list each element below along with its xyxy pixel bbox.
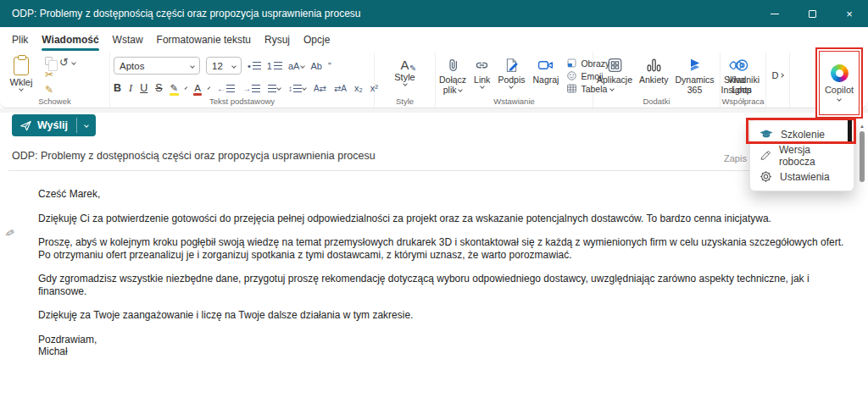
decrease-indent-button[interactable]: ← (217, 84, 235, 93)
rtl-button[interactable]: ⇄A (334, 84, 347, 93)
increase-indent-button[interactable]: → (242, 84, 260, 93)
maximize-icon (809, 10, 816, 18)
ltr-icon: A⇄ (314, 84, 326, 93)
apps-label: Aplikacje (597, 75, 632, 85)
apps-grid-icon (607, 58, 623, 73)
align-button[interactable] (268, 85, 281, 92)
highlight-color-bar (170, 93, 180, 96)
chevron-down-icon[interactable] (208, 86, 211, 90)
window-controls: × (756, 0, 868, 27)
ltr-button[interactable]: A⇄ (314, 84, 326, 93)
tab-opcje[interactable]: Opcje (303, 28, 331, 52)
indent-icon: → (242, 84, 251, 93)
group-label: Tekst podstawowy (110, 97, 374, 106)
attach-file-button[interactable]: Dołącz plik (439, 55, 466, 96)
numbered-list-button[interactable]: 1 (267, 61, 282, 71)
loop-icon (734, 58, 750, 73)
change-case-icon: aA (288, 61, 299, 71)
ribbon-gap (0, 108, 868, 113)
chevron-down-icon (301, 64, 306, 69)
signature-button[interactable]: Podpis (498, 55, 525, 96)
highlighter-icon: ✎ (170, 83, 179, 93)
align-icon (268, 85, 276, 92)
bullet-list-button[interactable]: • (248, 61, 261, 71)
send-options-button[interactable] (77, 114, 96, 136)
minimize-icon (771, 14, 779, 14)
phonetic-guide-button[interactable]: Ab (310, 61, 321, 71)
apps-button[interactable]: Aplikacje (597, 55, 632, 96)
highlight-color-button[interactable]: ✎ (170, 83, 179, 93)
tab-formatowanie-tekstu[interactable]: Formatowanie tekstu (156, 28, 252, 52)
lines-icon (253, 62, 261, 69)
font-color-icon: A (194, 83, 201, 93)
lines-icon (252, 85, 260, 92)
loop-components-button[interactable]: Składniki Loop (724, 55, 760, 96)
underline-button[interactable]: U (140, 82, 147, 94)
tab-wstaw[interactable]: Wstaw (112, 28, 144, 52)
minimize-button[interactable] (756, 0, 793, 27)
message-body-editor[interactable]: Cześć Marek, Dziękuję Ci za potwierdzeni… (38, 188, 850, 358)
change-case-button[interactable]: aA (288, 61, 304, 71)
ribbon-overflow-button[interactable]: D (766, 53, 790, 108)
tab-rysuj[interactable]: Rysuj (264, 28, 291, 52)
styles-pen-icon: ✎ (409, 64, 416, 73)
body-paragraph: Gdy zgromadzisz wszystkie niezbędne dane… (38, 273, 850, 297)
body-signature: Michał (38, 345, 850, 358)
chevron-down-icon (231, 64, 236, 69)
record-button[interactable]: Nagraj (532, 55, 559, 96)
chevron-down-icon (509, 84, 515, 89)
menu-item-label: Wersja robocza (779, 144, 844, 168)
menu-item-szkolenie[interactable]: Szkolenie (750, 124, 854, 145)
maximize-button[interactable] (793, 0, 831, 27)
close-button[interactable]: × (831, 0, 868, 27)
format-painter-icon[interactable]: ✎ (45, 84, 53, 96)
copilot-label: Copilot (825, 85, 854, 95)
chevron-down-icon (190, 64, 195, 69)
copy-icon[interactable] (45, 57, 53, 65)
tab-wiadomosc[interactable]: Wiadomość (41, 28, 99, 52)
bold-button[interactable]: B (114, 82, 121, 94)
menu-item-wersja-robocza[interactable]: Wersja robocza (750, 145, 854, 166)
window-title: ODP: Problemy z dostępnością części oraz… (12, 8, 361, 19)
loop-label-1: Składniki (724, 75, 760, 85)
subscript-button[interactable]: x₂ (354, 83, 363, 93)
tab-label: Formatowanie tekstu (157, 34, 251, 46)
body-paragraph: Proszę, abyś w kolejnym kroku pogłębił s… (38, 236, 850, 261)
strikethrough-button[interactable]: S (155, 82, 162, 94)
chevron-down-icon[interactable] (185, 86, 188, 90)
polls-button[interactable]: Ankiety (639, 55, 668, 96)
paste-button[interactable]: Wklej (3, 55, 39, 96)
copilot-margin-pencil-icon[interactable]: ✎ (3, 226, 15, 240)
undo-button[interactable]: ↺ (59, 55, 75, 96)
link-button[interactable]: Link (474, 55, 490, 96)
line-spacing-icon: ↕ (288, 84, 292, 93)
body-closing: Pozdrawiam, (38, 334, 850, 346)
font-size-select[interactable]: 12 (206, 57, 242, 75)
menu-item-label: Ustawienia (780, 171, 830, 183)
numbered-list-icon: 1 (267, 61, 272, 71)
dynamics365-button[interactable]: Dynamics 365 (675, 55, 714, 96)
chevron-down-icon (403, 81, 408, 86)
line-spacing-button[interactable]: ↕ (288, 84, 306, 93)
subject-field[interactable]: ODP: Problemy z dostępnością części oraz… (12, 150, 376, 162)
font-color-button[interactable]: A (194, 83, 201, 93)
copilot-button[interactable]: Copilot (821, 51, 858, 113)
quote-button[interactable]: ” (328, 61, 331, 71)
title-bar: ODP: Problemy z dostępnością części oraz… (0, 0, 868, 27)
body-paragraph: Dziękuję Ci za potwierdzenie gotowości d… (38, 213, 850, 225)
tab-plik[interactable]: Plik (11, 28, 29, 52)
scrollbar-thumb[interactable] (860, 131, 865, 182)
scrollbar-up-arrow[interactable]: ▲ (860, 124, 865, 129)
italic-button[interactable]: I (129, 82, 132, 95)
tab-label: Wstaw (113, 34, 143, 46)
dynamics-label-2: 365 (687, 85, 703, 95)
menu-item-ustawienia[interactable]: Ustawienia (750, 166, 854, 187)
group-style[interactable]: A✎ Style Style (375, 53, 436, 108)
font-name-select[interactable]: Aptos (114, 57, 200, 75)
send-button[interactable]: Wyślij (12, 114, 96, 136)
record-label: Nagraj (532, 75, 559, 85)
group-label: Schowek (0, 97, 109, 106)
pencil-icon (760, 149, 771, 162)
group-label: Style (375, 97, 435, 106)
signature-icon (504, 58, 520, 73)
